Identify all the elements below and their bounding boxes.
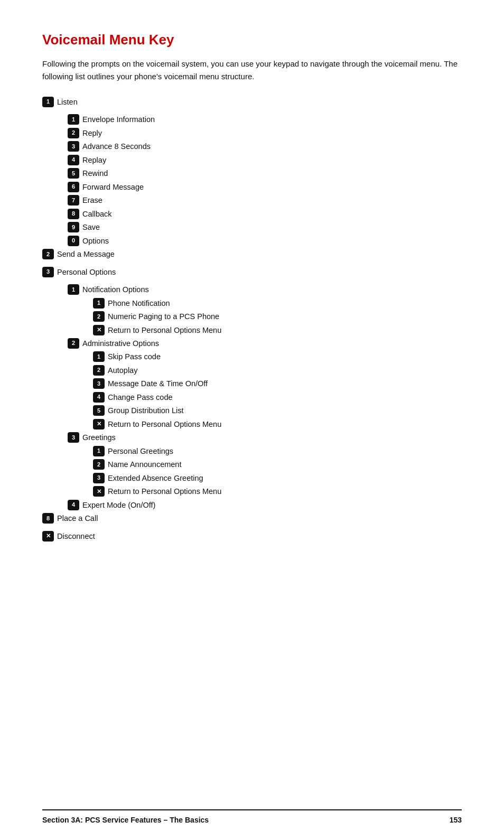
menu-label: Message Date & Time On/Off — [108, 377, 208, 389]
menu-badge: 2 — [68, 128, 79, 138]
menu-badge: ✕ — [42, 531, 54, 542]
menu-label: Return to Personal Options Menu — [108, 485, 221, 497]
menu-label: Expert Mode (On/Off) — [82, 499, 155, 511]
page-footer: Section 3A: PCS Service Features – The B… — [42, 809, 462, 824]
menu-item: 2Administrative Options — [68, 337, 462, 349]
menu-label: Personal Greetings — [108, 445, 173, 457]
menu-item: 3Extended Absence Greeting — [93, 472, 462, 484]
menu-item: 5Group Distribution List — [93, 404, 462, 416]
menu-item: 4Replay — [68, 154, 462, 166]
menu-label: Numeric Paging to a PCS Phone — [108, 310, 219, 322]
menu-item: ✕Return to Personal Options Menu — [93, 324, 462, 336]
menu-badge: ✕ — [93, 419, 105, 430]
menu-badge: 1 — [93, 446, 105, 456]
menu-item: 1Notification Options — [68, 283, 462, 295]
menu-badge: 5 — [93, 405, 105, 416]
menu-label: Change Pass code — [108, 391, 173, 403]
menu-item: 2Name Announcement — [93, 458, 462, 470]
menu-badge: 1 — [93, 298, 105, 309]
menu-badge: 6 — [68, 182, 79, 192]
footer-section-label: Section 3A: PCS Service Features – The B… — [42, 816, 209, 824]
menu-label: Send a Message — [57, 248, 115, 260]
menu-label: Reply — [82, 127, 102, 139]
intro-paragraph: Following the prompts on the voicemail s… — [42, 58, 462, 83]
menu-label: Group Distribution List — [108, 404, 183, 416]
menu-label: Extended Absence Greeting — [108, 472, 203, 484]
menu-label: Save — [82, 221, 100, 233]
menu-badge: 7 — [68, 195, 79, 206]
menu-badge: 3 — [68, 141, 79, 152]
footer-page-number: 153 — [450, 816, 462, 824]
menu-label: Place a Call — [57, 512, 98, 524]
menu-item: 5Rewind — [68, 167, 462, 179]
page-title: Voicemail Menu Key — [42, 32, 462, 48]
menu-label: Rewind — [82, 167, 108, 179]
menu-label: Advance 8 Seconds — [82, 140, 151, 152]
menu-item: 3Greetings — [68, 431, 462, 443]
menu-label: Notification Options — [82, 283, 149, 295]
menu-badge: ✕ — [93, 486, 105, 497]
menu-item: 1Listen — [42, 96, 462, 108]
menu-item: 1Envelope Information — [68, 113, 462, 125]
menu-label: Envelope Information — [82, 113, 155, 125]
menu-badge: 9 — [68, 222, 79, 232]
menu-item: 1Skip Pass code — [93, 350, 462, 362]
menu-label: Greetings — [82, 431, 116, 443]
menu-item: 8Callback — [68, 208, 462, 220]
menu-item: 1Phone Notification — [93, 297, 462, 309]
menu-item: 2Send a Message — [42, 248, 462, 260]
menu-badge: 1 — [93, 351, 105, 362]
menu-badge: 8 — [68, 209, 79, 219]
menu-item: 1Personal Greetings — [93, 445, 462, 457]
menu-badge: 4 — [68, 500, 79, 510]
menu-badge: 2 — [93, 365, 105, 376]
menu-badge: 0 — [68, 236, 79, 246]
menu-badge: 2 — [93, 311, 105, 322]
menu-label: Phone Notification — [108, 297, 170, 309]
menu-label: Personal Options — [57, 266, 116, 278]
menu-badge: 1 — [42, 97, 54, 107]
menu-badge: 8 — [42, 513, 54, 524]
page-content: Voicemail Menu Key Following the prompts… — [0, 0, 504, 808]
menu-label: Forward Message — [82, 181, 144, 193]
menu-badge: 2 — [68, 338, 79, 349]
menu-label: Skip Pass code — [108, 350, 161, 362]
menu-label: Autoplay — [108, 364, 137, 376]
menu-label: Return to Personal Options Menu — [108, 324, 221, 336]
menu-badge: 1 — [68, 114, 79, 125]
menu-badge: 3 — [93, 378, 105, 389]
menu-label: Disconnect — [57, 530, 95, 542]
menu-item: 4Expert Mode (On/Off) — [68, 499, 462, 511]
menu-badge: 5 — [68, 168, 79, 179]
menu-label: Callback — [82, 208, 112, 220]
menu-badge: 1 — [68, 284, 79, 295]
menu-item: 3Advance 8 Seconds — [68, 140, 462, 152]
menu-label: Name Announcement — [108, 458, 181, 470]
menu-badge: 3 — [93, 473, 105, 483]
menu-item: 3Message Date & Time On/Off — [93, 377, 462, 389]
menu-item: 7Erase — [68, 194, 462, 206]
menu-label: Options — [82, 235, 109, 247]
menu-badge: ✕ — [93, 325, 105, 335]
menu-item: 8Place a Call — [42, 512, 462, 524]
menu-item: ✕Return to Personal Options Menu — [93, 418, 462, 430]
menu-item: ✕Disconnect — [42, 530, 462, 542]
menu-badge: 3 — [68, 432, 79, 443]
menu-item: 4Change Pass code — [93, 391, 462, 403]
menu-item: 2Numeric Paging to a PCS Phone — [93, 310, 462, 322]
menu-item: 2Reply — [68, 127, 462, 139]
menu-label: Return to Personal Options Menu — [108, 418, 221, 430]
menu-label: Replay — [82, 154, 106, 166]
menu-item: 2Autoplay — [93, 364, 462, 376]
menu-badge: 3 — [42, 267, 54, 277]
menu-badge: 2 — [42, 249, 54, 259]
menu-item: 0Options — [68, 235, 462, 247]
menu-badge: 4 — [68, 155, 79, 165]
menu-tree: 1Listen1Envelope Information2Reply3Advan… — [42, 96, 462, 542]
menu-label: Administrative Options — [82, 337, 159, 349]
menu-badge: 2 — [93, 459, 105, 470]
menu-item: 3Personal Options — [42, 266, 462, 278]
menu-item: 6Forward Message — [68, 181, 462, 193]
menu-item: ✕Return to Personal Options Menu — [93, 485, 462, 497]
menu-item: 9Save — [68, 221, 462, 233]
